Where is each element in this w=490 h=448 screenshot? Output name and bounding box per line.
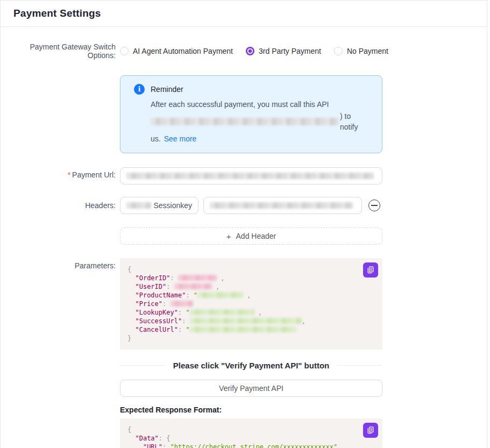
card-header: Payment Settings	[1, 1, 487, 27]
verify-payment-api-button[interactable]: Verify Payment API	[120, 380, 382, 397]
code-line: "Data": {	[127, 434, 375, 443]
payment-url-input[interactable]	[120, 167, 382, 184]
info-icon: i	[134, 84, 145, 95]
headers-row: Headers: Sessionkey	[1, 197, 487, 214]
expected-response-heading: Expected Response Format:	[120, 406, 487, 414]
gateway-switch-label: Payment Gateway Switch Options:	[1, 42, 116, 60]
code-line: }	[127, 334, 375, 343]
parameters-code-block: { "OrderID": , "UserID": , "ProductName"…	[120, 258, 382, 350]
code-line: {	[127, 425, 375, 434]
redacted-num-value	[171, 301, 193, 307]
radio-option-2[interactable]: No Payment	[334, 47, 388, 55]
header-key-text: Sessionkey	[153, 201, 192, 210]
remove-header-button[interactable]	[368, 200, 380, 211]
redacted-str-value	[190, 309, 254, 315]
radio-unselected-icon[interactable]	[334, 47, 343, 55]
copy-parameters-button[interactable]	[363, 262, 378, 278]
card-body: Payment Gateway Switch Options: AI Agent…	[1, 42, 487, 448]
parameters-label: Parameters:	[1, 258, 116, 270]
headers-label: Headers:	[1, 201, 116, 210]
expected-response-code-block: { "Data": { "URL": "https://checkout.str…	[120, 418, 382, 448]
payment-settings-card: Payment Settings Payment Gateway Switch …	[0, 0, 487, 448]
code-line: {	[127, 265, 375, 274]
redacted-num-value	[178, 275, 217, 281]
redacted-header-value	[210, 202, 353, 209]
radio-option-0[interactable]: AI Agent Automation Payment	[120, 47, 233, 55]
payment-gateway-radio-group: AI Agent Automation Payment3rd Party Pay…	[120, 47, 401, 55]
copy-icon	[366, 426, 375, 435]
code-line: "LookupKey": " ,	[127, 308, 375, 317]
see-more-link[interactable]: See more	[164, 133, 197, 144]
divider-line-left	[120, 365, 166, 366]
verify-divider: Please click "Verify Payment API" button	[120, 361, 382, 370]
code-line: "CancelUrl": "	[127, 325, 375, 334]
plus-icon: +	[226, 232, 231, 241]
code-line: "OrderID": ,	[127, 274, 375, 282]
code-line: "URL": "https://checkout.stripe.com/xxxx…	[127, 443, 375, 448]
divider-line-right	[337, 365, 382, 366]
parameters-row: Parameters: { "OrderID": , "UserID": , "…	[1, 258, 487, 350]
radio-option-label[interactable]: AI Agent Automation Payment	[133, 47, 233, 55]
redacted-str-value	[197, 292, 243, 298]
add-header-label: Add Header	[236, 232, 276, 240]
code-line: "SuccessUrl": ,	[127, 317, 375, 325]
expected-response-container: { "Data": { "URL": "https://checkout.str…	[120, 418, 382, 448]
redacted-num-value	[174, 283, 212, 289]
payment-url-label: *Payment Url:	[1, 167, 116, 179]
radio-option-1[interactable]: 3rd Party Payment	[246, 47, 321, 55]
redacted-payment-url	[126, 173, 374, 179]
copy-icon	[366, 266, 375, 274]
payment-url-row: *Payment Url:	[1, 167, 487, 184]
redacted-str-value	[190, 326, 296, 332]
reminder-alert: i Reminder After each successful payment…	[120, 75, 382, 153]
radio-option-label[interactable]: No Payment	[347, 47, 388, 55]
gateway-switch-row: Payment Gateway Switch Options: AI Agent…	[1, 42, 487, 60]
divider-text: Please click "Verify Payment API" button	[173, 361, 329, 370]
radio-option-label[interactable]: 3rd Party Payment	[259, 47, 321, 55]
code-line: "UserID": ,	[127, 282, 375, 291]
reminder-title: Reminder	[151, 85, 183, 94]
reminder-line-1: After each successful payment, you must …	[151, 99, 369, 110]
header-key-input[interactable]: Sessionkey	[120, 197, 198, 214]
redacted-header-key	[126, 202, 151, 209]
reminder-line-2: ) to notify	[151, 111, 369, 132]
add-header-button[interactable]: + Add Header	[120, 227, 382, 245]
page-title: Payment Settings	[13, 8, 101, 19]
reminder-line-3-text: us.	[151, 133, 161, 144]
code-line: "Price":	[127, 300, 375, 308]
radio-unselected-icon[interactable]	[120, 47, 129, 55]
code-line: "ProductName": " ,	[127, 291, 375, 300]
redacted-api-url	[151, 118, 338, 125]
reminder-line-2-text: ) to notify	[340, 111, 369, 132]
reminder-line-3: us. See more	[151, 133, 369, 144]
required-asterisk: *	[68, 170, 70, 179]
radio-selected-icon[interactable]	[246, 47, 254, 55]
header-value-input[interactable]	[203, 197, 362, 214]
copy-response-button[interactable]	[363, 423, 378, 438]
reminder-body: After each successful payment, you must …	[151, 99, 369, 144]
redacted-str-value	[190, 318, 302, 324]
